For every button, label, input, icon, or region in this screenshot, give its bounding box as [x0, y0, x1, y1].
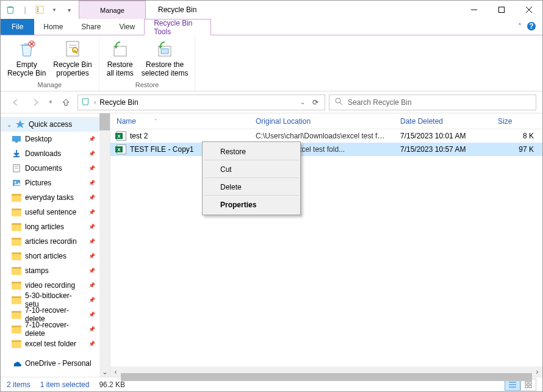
- sidebar-section-label: Quick access: [29, 120, 72, 129]
- maximize-button[interactable]: [487, 1, 515, 19]
- addr-dropdown-icon[interactable]: ⌄: [300, 99, 305, 105]
- refresh-button[interactable]: ⟳: [309, 98, 322, 107]
- status-selected-count: 1 item selected: [40, 380, 90, 389]
- horizontal-scrollbar[interactable]: ‹ ›: [110, 366, 542, 377]
- sidebar-item-label: Desktop: [25, 135, 52, 143]
- ribbon-group-restore: Restore all items Restore the selected i…: [99, 35, 196, 91]
- sidebar-item-folder[interactable]: stamps📌: [1, 263, 110, 278]
- file-name: TEST FILE - Copy1: [130, 145, 193, 154]
- sidebar-item-onedrive[interactable]: OneDrive - Personal: [1, 356, 110, 371]
- breadcrumb[interactable]: Recycle Bin: [99, 98, 138, 107]
- forward-button[interactable]: [27, 94, 43, 110]
- address-bar[interactable]: › Recycle Bin ⌄ ⟳: [77, 94, 325, 110]
- file-row[interactable]: TEST FILE - Copy1 Downloads\excel test f…: [110, 143, 542, 156]
- folder-icon: [12, 280, 21, 290]
- sidebar-item-documents[interactable]: Documents 📌: [1, 161, 110, 176]
- pin-icon: 📌: [88, 180, 95, 186]
- svg-point-27: [15, 182, 16, 184]
- sidebar-item-folder[interactable]: 7-10-recover-delete📌: [1, 307, 110, 322]
- tab-recycle-bin-tools[interactable]: Recycle Bin Tools: [144, 19, 211, 35]
- nav-tree[interactable]: ⌄ Quick access Desktop 📌 Downloads 📌 Doc…: [1, 113, 110, 377]
- pin-icon: 📌: [88, 341, 95, 347]
- folder-icon: [12, 324, 21, 334]
- svg-text:?: ?: [529, 22, 533, 30]
- svg-rect-32: [529, 382, 531, 384]
- sidebar-item-folder[interactable]: short articles📌: [1, 249, 110, 263]
- close-button[interactable]: [515, 1, 542, 19]
- scroll-left-icon[interactable]: ‹: [110, 366, 121, 377]
- folder-icon: [12, 193, 21, 202]
- svg-rect-34: [529, 385, 531, 388]
- ribbon-collapse-icon[interactable]: ˄: [518, 23, 522, 31]
- col-header-name[interactable]: Name˄: [110, 117, 250, 126]
- sidebar-item-folder[interactable]: long articles📌: [1, 219, 110, 234]
- sidebar-item-desktop[interactable]: Desktop 📌: [1, 132, 110, 146]
- pin-icon: 📌: [88, 224, 95, 230]
- search-icon: [334, 97, 343, 107]
- sidebar-item-label: 7-10-recover-delete: [25, 321, 85, 338]
- recycle-bin-properties-button[interactable]: Recycle Bin properties: [50, 37, 95, 80]
- help-icon[interactable]: ?: [527, 21, 536, 33]
- empty-recycle-bin-button[interactable]: Empty Recycle Bin: [4, 37, 49, 80]
- ctx-cut[interactable]: Cut: [204, 162, 298, 178]
- pin-icon: 📌: [88, 312, 95, 318]
- sidebar-item-folder[interactable]: 5-30-bitlocker-setu📌: [1, 293, 110, 307]
- folder-icon: [12, 222, 21, 232]
- pin-icon: 📌: [88, 268, 95, 274]
- file-row[interactable]: test 2 C:\Users\charl\Downloads\excel te…: [110, 129, 542, 143]
- ctx-delete[interactable]: Delete: [204, 179, 298, 196]
- scroll-right-icon[interactable]: ›: [532, 366, 542, 377]
- sidebar-item-label: excel test folder: [25, 340, 76, 348]
- ctx-restore[interactable]: Restore: [204, 144, 298, 160]
- tab-share[interactable]: Share: [72, 19, 110, 35]
- sidebar-item-pictures[interactable]: Pictures 📌: [1, 176, 110, 190]
- scroll-down-icon[interactable]: ⌄: [99, 366, 110, 377]
- status-item-count: 2 items: [7, 380, 31, 389]
- qat-dropdown-icon[interactable]: ▼: [48, 3, 61, 16]
- sidebar-item-folder[interactable]: excel test folder📌: [1, 337, 110, 351]
- properties-icon[interactable]: [33, 3, 46, 16]
- desktop-icon: [12, 134, 21, 144]
- back-button[interactable]: [8, 94, 24, 110]
- pin-icon: 📌: [88, 209, 95, 215]
- sidebar-quick-access[interactable]: ⌄ Quick access: [1, 117, 110, 132]
- col-header-origloc[interactable]: Original Location: [250, 117, 394, 126]
- sidebar-item-folder[interactable]: articles recordin📌: [1, 234, 110, 249]
- search-input[interactable]: Search Recycle Bin: [329, 94, 536, 110]
- pin-icon: 📌: [88, 326, 95, 332]
- sidebar-item-folder[interactable]: video recording📌: [1, 278, 110, 293]
- ribbon-group-manage: Empty Recycle Bin Recycle Bin properties…: [1, 35, 99, 91]
- minimize-button[interactable]: [460, 1, 487, 19]
- col-header-size[interactable]: Size: [492, 117, 542, 126]
- up-button[interactable]: [58, 94, 74, 110]
- star-icon: [15, 119, 25, 129]
- ribbon-group-label: Manage: [37, 80, 62, 91]
- folder-icon: [12, 251, 21, 261]
- pin-icon: 📌: [88, 136, 95, 142]
- svg-rect-31: [525, 382, 528, 384]
- onedrive-icon: [12, 358, 21, 368]
- addr-chevron-icon[interactable]: ›: [94, 99, 96, 105]
- svg-point-3: [37, 11, 38, 12]
- ctx-properties[interactable]: Properties: [204, 197, 298, 213]
- sidebar-item-folder[interactable]: everyday tasks📌: [1, 190, 110, 205]
- folder-icon: [12, 339, 21, 349]
- col-header-date[interactable]: Date Deleted: [394, 117, 492, 126]
- restore-selected-button[interactable]: Restore the selected items: [138, 37, 192, 80]
- sidebar-item-label: video recording: [25, 281, 75, 290]
- tab-view[interactable]: View: [110, 19, 144, 35]
- restore-all-button[interactable]: Restore all items: [103, 37, 137, 80]
- svg-rect-18: [161, 49, 168, 54]
- qat-customize-icon[interactable]: ▾: [62, 3, 76, 16]
- recent-dropdown-icon[interactable]: ▼: [47, 94, 54, 110]
- restore-selected-icon: [155, 39, 174, 59]
- tab-file[interactable]: File: [1, 19, 34, 35]
- sidebar-item-folder[interactable]: 7-10-recover-delete📌: [1, 322, 110, 337]
- sidebar-scrollbar[interactable]: ⌄: [99, 113, 110, 377]
- svg-rect-22: [15, 141, 18, 143]
- sidebar-item-downloads[interactable]: Downloads 📌: [1, 146, 110, 161]
- sidebar-item-folder[interactable]: useful sentence📌: [1, 205, 110, 219]
- chevron-down-icon[interactable]: ⌄: [7, 121, 12, 128]
- tab-home[interactable]: Home: [34, 19, 72, 35]
- restore-all-icon: [110, 39, 130, 59]
